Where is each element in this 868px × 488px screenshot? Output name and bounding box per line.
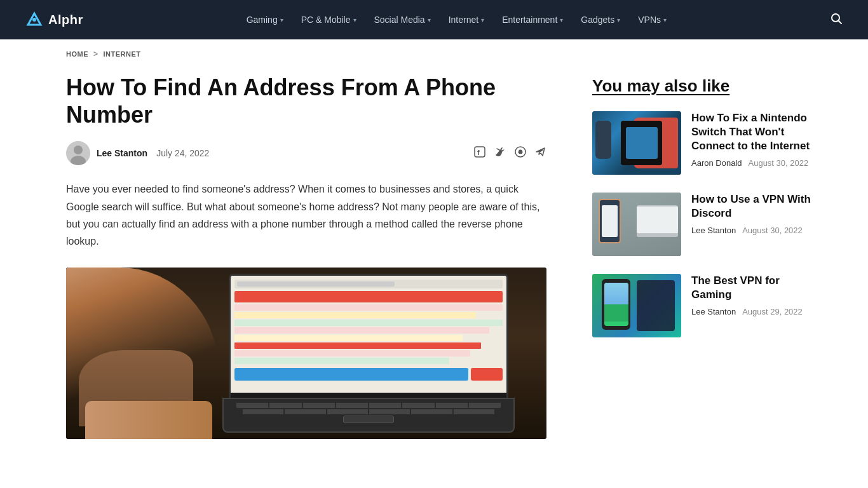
chevron-down-icon: ▾ <box>428 17 431 24</box>
related-date: August 30, 2022 <box>742 226 803 235</box>
svg-point-12 <box>522 151 524 152</box>
related-article-title[interactable]: How to Use a VPN With Discord <box>691 193 813 220</box>
main-layout: How To Find An Address From A Phone Numb… <box>0 64 868 464</box>
breadcrumb-home[interactable]: HOME <box>66 50 88 58</box>
article-date: July 24, 2022 <box>156 148 209 158</box>
chevron-down-icon: ▾ <box>481 17 484 24</box>
article-meta: Lee Stanton July 24, 2022 f <box>66 141 546 165</box>
facebook-share-icon[interactable]: f <box>474 146 485 160</box>
nav-vpns[interactable]: VPNs ▾ <box>638 15 667 25</box>
related-content: The Best VPN for Gaming Lee Stanton Augu… <box>691 274 813 316</box>
nav-internet[interactable]: Internet ▾ <box>449 15 484 25</box>
chevron-down-icon: ▾ <box>560 17 563 24</box>
svg-text:f: f <box>477 149 480 156</box>
related-item: How to Use a VPN With Discord Lee Stanto… <box>592 193 813 256</box>
related-meta: Lee Stanton August 29, 2022 <box>691 307 813 316</box>
meta-left: Lee Stanton July 24, 2022 <box>66 141 209 165</box>
nav-entertainment[interactable]: Entertainment ▾ <box>502 15 563 25</box>
related-author[interactable]: Aaron Donald <box>691 158 742 168</box>
svg-point-1 <box>32 18 36 22</box>
author-avatar <box>66 141 90 165</box>
article-area: How To Find An Address From A Phone Numb… <box>25 64 572 464</box>
social-share-icons: f <box>474 146 546 160</box>
sidebar: You may also like How To Fix a Nintendo … <box>572 64 813 464</box>
nav-gadgets[interactable]: Gadgets ▾ <box>581 15 620 25</box>
logo-text: Alphr <box>48 13 83 27</box>
svg-point-5 <box>74 146 83 154</box>
telegram-share-icon[interactable] <box>535 146 546 160</box>
article-hero-image <box>66 268 546 439</box>
chevron-down-icon: ▾ <box>353 17 356 24</box>
nav-pc-mobile[interactable]: PC & Mobile ▾ <box>301 15 356 25</box>
article-title: How To Find An Address From A Phone Numb… <box>66 74 546 128</box>
svg-line-3 <box>838 20 841 24</box>
related-author[interactable]: Lee Stanton <box>691 226 736 235</box>
related-date: August 29, 2022 <box>742 307 803 316</box>
related-meta: Lee Stanton August 30, 2022 <box>691 226 813 235</box>
nav-gaming[interactable]: Gaming ▾ <box>247 15 283 25</box>
related-item: How To Fix a Nintendo Switch That Won't … <box>592 111 813 175</box>
breadcrumb: HOME > INTERNET <box>0 39 868 64</box>
logo-area[interactable]: Alphr <box>25 11 83 29</box>
related-thumbnail[interactable] <box>592 111 681 175</box>
related-content: How to Use a VPN With Discord Lee Stanto… <box>691 193 813 235</box>
search-icon[interactable] <box>830 12 843 28</box>
related-article-title[interactable]: How To Fix a Nintendo Switch That Won't … <box>691 111 813 153</box>
related-thumbnail[interactable] <box>592 193 681 256</box>
related-author[interactable]: Lee Stanton <box>691 307 736 316</box>
author-name[interactable]: Lee Stanton <box>97 148 147 158</box>
chevron-down-icon: ▾ <box>663 17 667 24</box>
main-nav: Gaming ▾ PC & Mobile ▾ Social Media ▾ In… <box>247 15 667 25</box>
breadcrumb-separator: > <box>93 50 98 58</box>
svg-point-10 <box>519 150 523 154</box>
breadcrumb-current[interactable]: INTERNET <box>104 50 141 58</box>
related-item: The Best VPN for Gaming Lee Stanton Augu… <box>592 274 813 337</box>
chevron-down-icon: ▾ <box>617 17 620 24</box>
site-header: Alphr Gaming ▾ PC & Mobile ▾ Social Medi… <box>0 0 868 39</box>
chevron-down-icon: ▾ <box>280 17 283 24</box>
svg-rect-7 <box>475 147 485 157</box>
twitter-share-icon[interactable] <box>494 146 506 160</box>
related-article-title[interactable]: The Best VPN for Gaming <box>691 274 813 302</box>
nav-social-media[interactable]: Social Media ▾ <box>374 15 431 25</box>
reddit-share-icon[interactable] <box>515 146 526 160</box>
related-content: How To Fix a Nintendo Switch That Won't … <box>691 111 813 168</box>
sidebar-title: You may also like <box>592 76 813 96</box>
article-body: Have you ever needed to find someone's a… <box>66 180 546 250</box>
svg-point-11 <box>518 151 519 152</box>
logo-icon <box>25 11 43 29</box>
related-thumbnail[interactable] <box>592 274 681 337</box>
related-meta: Aaron Donald August 30, 2022 <box>691 158 813 168</box>
related-date: August 30, 2022 <box>749 158 809 168</box>
